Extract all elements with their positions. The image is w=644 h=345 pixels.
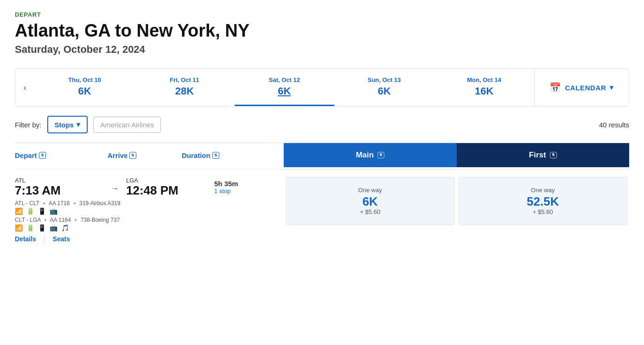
- main-fare-label: Main: [356, 151, 374, 160]
- calendar-button[interactable]: 📅 CALENDAR ▾: [534, 69, 629, 106]
- arrive-sort-icon: ⇅: [129, 152, 136, 159]
- main-fare-header[interactable]: Main ⇅: [284, 143, 457, 167]
- calendar-chevron-icon: ▾: [610, 83, 614, 92]
- duration-sort-button[interactable]: Duration ⇅: [182, 151, 256, 159]
- calendar-label: CALENDAR: [565, 84, 606, 92]
- route-date: Saturday, October 12, 2024: [15, 44, 629, 56]
- arrive-block: LGA 12:48 PM: [126, 177, 200, 197]
- first-fare-extra: + $5.60: [533, 208, 553, 215]
- power-icon2: 🔋: [26, 224, 34, 232]
- arrive-sort-button[interactable]: Arrive ⇅: [108, 151, 182, 159]
- arrive-col-label: Arrive: [108, 151, 128, 159]
- date-option-price: 6K: [278, 85, 291, 97]
- duration-sort-icon: ⇅: [212, 152, 219, 159]
- main-fare-sort-icon: ⇅: [377, 152, 384, 158]
- date-option-price: 6K: [378, 85, 391, 97]
- results-count: 40 results: [599, 121, 629, 129]
- flight-times: ATL 7:13 AM → LGA 12:48 PM 5h 35m 1 stop: [15, 177, 278, 197]
- segment1-info: ATL - CLT AA 1718 319-Airbus A319: [15, 200, 278, 207]
- depart-col-label: Depart: [15, 151, 37, 159]
- fare-cells: One way 6K + $5.60 One way 52.5K + $5.60: [284, 177, 629, 243]
- date-option-fri-oct-11[interactable]: Fri, Oct 11 28K: [134, 69, 234, 106]
- stops-filter-button[interactable]: Stops ▾: [47, 116, 88, 133]
- seg2-aircraft: 738-Boeing 737: [81, 217, 120, 223]
- date-option-label: Thu, Oct 10: [68, 76, 101, 83]
- segment2-info: CLT - LGA AA 1164 738-Boeing 737: [15, 217, 278, 223]
- seg2-flight: AA 1164: [50, 217, 71, 223]
- route-title: Atlanta, GA to New York, NY: [15, 21, 629, 41]
- first-fare-label: First: [529, 151, 546, 160]
- wifi-icon: 📶: [15, 207, 23, 215]
- seg2-route: CLT - LGA: [15, 217, 41, 223]
- date-option-price: 6K: [78, 85, 91, 97]
- duration-block: 5h 35m 1 stop: [214, 180, 238, 194]
- duration-value: 5h 35m: [214, 180, 238, 188]
- seg1-amenities: 📶 🔋 📱 📺: [15, 207, 278, 215]
- arrive-airport-code: LGA: [126, 177, 200, 184]
- date-option-thu-oct-10[interactable]: Thu, Oct 10 6K: [35, 69, 134, 106]
- flight-column-headers: Depart ⇅ Arrive ⇅ Duration ⇅: [15, 146, 284, 165]
- stops-chevron-icon: ▾: [77, 120, 80, 129]
- depart-label: DEPART: [15, 11, 629, 18]
- seg2-amenities: 📶 🔋 📱 📺 🎵: [15, 224, 278, 232]
- date-options: Thu, Oct 10 6K Fri, Oct 11 28K Sat, Oct …: [35, 69, 534, 106]
- date-option-label: Mon, Oct 14: [467, 76, 501, 83]
- filter-label: Filter by:: [15, 121, 42, 129]
- seg1-aircraft: 319-Airbus A319: [79, 200, 121, 207]
- date-bar: ‹ Thu, Oct 10 6K Fri, Oct 11 28K Sat, Oc…: [15, 69, 629, 107]
- filter-row: Filter by: Stops ▾ American Airlines 40 …: [15, 116, 629, 133]
- music-icon2: 🎵: [61, 224, 69, 232]
- depart-sort-button[interactable]: Depart ⇅: [15, 151, 108, 159]
- date-option-label: Fri, Oct 11: [170, 76, 199, 83]
- date-option-label: Sat, Oct 12: [269, 76, 300, 83]
- first-fare-cell[interactable]: One way 52.5K + $5.60: [459, 177, 628, 225]
- depart-block: ATL 7:13 AM: [15, 177, 108, 197]
- first-fare-way: One way: [531, 187, 555, 194]
- details-link[interactable]: Details: [15, 235, 36, 243]
- prev-date-button[interactable]: ‹: [15, 69, 35, 106]
- date-option-price: 28K: [175, 85, 194, 97]
- stop-count: 1 stop: [214, 188, 238, 194]
- date-option-mon-oct-14[interactable]: Mon, Oct 14 16K: [434, 69, 534, 106]
- flight-row: ATL 7:13 AM → LGA 12:48 PM 5h 35m 1 stop…: [15, 169, 629, 243]
- stops-label: Stops: [55, 121, 74, 129]
- flight-action-links: Details | Seats: [15, 235, 278, 243]
- seats-link[interactable]: Seats: [53, 235, 70, 243]
- date-option-sat-oct-12[interactable]: Sat, Oct 12 6K: [235, 69, 334, 106]
- date-option-label: Sun, Oct 13: [368, 76, 401, 83]
- arrive-time: 12:48 PM: [126, 184, 200, 197]
- seg1-flight: AA 1718: [49, 200, 70, 207]
- seg1-route: ATL - CLT: [15, 200, 39, 207]
- tv-icon: 📺: [50, 207, 57, 215]
- flight-info: ATL 7:13 AM → LGA 12:48 PM 5h 35m 1 stop…: [15, 177, 284, 243]
- first-fare-sort-icon: ⇅: [550, 152, 557, 158]
- depart-time: 7:13 AM: [15, 184, 108, 197]
- date-option-price: 16K: [475, 85, 493, 97]
- calendar-icon: 📅: [549, 82, 561, 93]
- depart-airport-code: ATL: [15, 177, 108, 184]
- main-fare-extra: + $5.60: [360, 208, 380, 215]
- airline-filter-input[interactable]: American Airlines: [93, 117, 161, 133]
- column-headers: Depart ⇅ Arrive ⇅ Duration ⇅ Main ⇅ Firs…: [15, 143, 629, 167]
- first-fare-amount: 52.5K: [527, 195, 559, 207]
- depart-sort-icon: ⇅: [39, 152, 46, 159]
- duration-col-label: Duration: [182, 151, 210, 159]
- screen-icon2: 📱: [38, 224, 46, 232]
- screen-icon: 📱: [38, 207, 46, 215]
- arrow-icon: →: [108, 180, 121, 194]
- main-fare-way: One way: [358, 187, 382, 194]
- main-fare-cell[interactable]: One way 6K + $5.60: [286, 177, 455, 225]
- power-icon: 🔋: [26, 207, 34, 215]
- date-option-sun-oct-13[interactable]: Sun, Oct 13 6K: [334, 69, 434, 106]
- fare-column-headers: Main ⇅ First ⇅: [284, 143, 629, 167]
- tv-icon2: 📺: [50, 224, 57, 232]
- first-fare-header[interactable]: First ⇅: [457, 143, 630, 167]
- flight-results: ATL 7:13 AM → LGA 12:48 PM 5h 35m 1 stop…: [15, 169, 629, 243]
- main-fare-amount: 6K: [363, 195, 378, 207]
- link-separator: |: [44, 235, 45, 243]
- wifi-icon2: 📶: [15, 224, 23, 232]
